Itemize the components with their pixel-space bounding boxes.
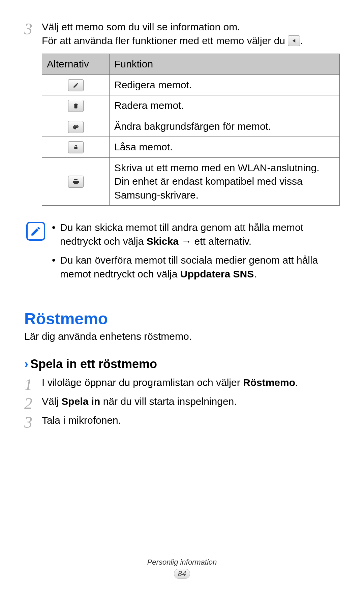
- step-body: Välj Spela in när du vill starta inspeln…: [42, 395, 340, 409]
- table-header-row: Alternativ Funktion: [42, 54, 340, 75]
- option-text: Skriva ut ett memo med en WLAN-anslutnin…: [110, 157, 340, 206]
- note-icon: [26, 222, 45, 241]
- option-text: Redigera memot.: [110, 74, 340, 95]
- footer-chapter: Personlig information: [0, 558, 364, 567]
- note-text: ett alternativ.: [194, 236, 252, 247]
- step-item: 3 Tala i mikrofonen.: [24, 414, 340, 430]
- note-text: .: [254, 268, 256, 279]
- step-body: I viloläge öppnar du programlistan och v…: [42, 376, 340, 390]
- step-number: 2: [24, 395, 42, 412]
- table-row: Redigera memot.: [42, 74, 340, 95]
- note-item: Du kan skicka memot till andra genom att…: [51, 220, 338, 248]
- triangle-left-icon: [288, 35, 300, 46]
- section-title: Röstmemo: [24, 309, 340, 328]
- step-number: 3: [24, 414, 42, 430]
- step-bold: Spela in: [61, 396, 100, 407]
- option-icon-cell: [42, 116, 110, 137]
- table-header-option: Alternativ: [42, 54, 110, 75]
- options-table: Alternativ Funktion Redigera memot.: [42, 54, 340, 206]
- step-text: .: [295, 377, 298, 388]
- intro-body: Välj ett memo som du vill se information…: [42, 20, 340, 214]
- print-icon: [68, 176, 84, 188]
- table-row: Låsa memot.: [42, 137, 340, 158]
- note-bold: Uppdatera SNS: [180, 268, 254, 279]
- subsection-title: Spela in ett röstmemo: [30, 357, 157, 371]
- step-list: 1 I viloläge öppnar du programlistan och…: [24, 376, 340, 430]
- table-row: Ändra bakgrundsfärgen för memot.: [42, 116, 340, 137]
- section-subtitle: Lär dig använda enhetens röstmemo.: [24, 331, 340, 342]
- step-text: Välj: [42, 396, 61, 407]
- svg-marker-0: [293, 39, 295, 42]
- option-icon-cell: [42, 95, 110, 116]
- table-row: Radera memot.: [42, 95, 340, 116]
- step-bold: Röstmemo: [243, 377, 295, 388]
- step-number: 1: [24, 376, 42, 393]
- option-text: Radera memot.: [110, 95, 340, 116]
- option-text: Låsa memot.: [110, 137, 340, 158]
- step-item: 1 I viloläge öppnar du programlistan och…: [24, 376, 340, 393]
- footer-page-number: 84: [174, 569, 190, 579]
- intro-line-2: För att använda fler funktioner med ett …: [42, 34, 340, 48]
- option-icon-cell: [42, 137, 110, 158]
- manual-page: 3 Välj ett memo som du vill se informati…: [0, 0, 364, 597]
- trash-icon: [68, 100, 84, 112]
- intro-line-2-post: .: [300, 35, 303, 46]
- page-footer: Personlig information 84: [0, 558, 364, 579]
- palette-icon: [68, 121, 84, 133]
- intro-line-1: Välj ett memo som du vill se information…: [42, 20, 340, 34]
- lock-icon: [68, 141, 84, 153]
- note-item: Du kan överföra memot till sociala medie…: [51, 253, 338, 281]
- pencil-icon: [68, 79, 84, 91]
- intro-line-2-pre: För att använda fler funktioner med ett …: [42, 35, 288, 46]
- note-list: Du kan skicka memot till andra genom att…: [51, 220, 338, 281]
- note-block: Du kan skicka memot till andra genom att…: [24, 220, 340, 286]
- option-text: Ändra bakgrundsfärgen för memot.: [110, 116, 340, 137]
- note-body: Du kan skicka memot till andra genom att…: [51, 220, 338, 286]
- subsection-heading: › Spela in ett röstmemo: [24, 357, 340, 371]
- step-text: Tala i mikrofonen.: [42, 415, 121, 426]
- arrow-right-icon: →: [179, 236, 194, 247]
- step-text: när du vill starta inspelningen.: [100, 396, 237, 407]
- table-header-function: Funktion: [110, 54, 340, 75]
- intro-step: 3 Välj ett memo som du vill se informati…: [24, 20, 340, 214]
- chevron-right-icon: ›: [24, 357, 28, 371]
- step-body: Tala i mikrofonen.: [42, 414, 340, 427]
- step-text: I viloläge öppnar du programlistan och v…: [42, 377, 243, 388]
- table-row: Skriva ut ett memo med en WLAN-anslutnin…: [42, 157, 340, 206]
- step-number: 3: [24, 20, 42, 37]
- step-item: 2 Välj Spela in när du vill starta inspe…: [24, 395, 340, 412]
- option-icon-cell: [42, 157, 110, 206]
- note-bold: Skicka: [147, 236, 179, 247]
- option-icon-cell: [42, 74, 110, 95]
